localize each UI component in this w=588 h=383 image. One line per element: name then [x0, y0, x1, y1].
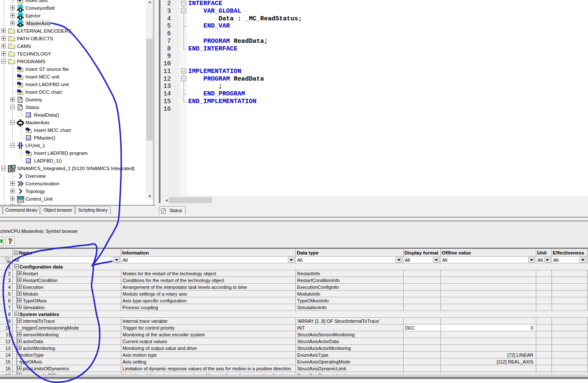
svg-text:cu: cu [19, 198, 22, 202]
